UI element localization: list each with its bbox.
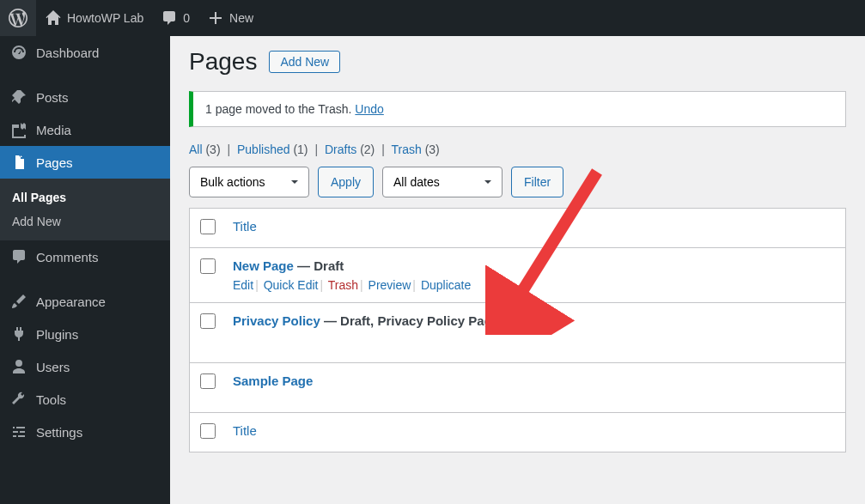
table-row: New Page — Draft Edit| Quick Edit| Trash…	[190, 248, 846, 303]
admin-sidebar: Dashboard Posts Media Pages All Pages Ad…	[0, 36, 170, 504]
page-title-link[interactable]: New Page	[233, 258, 294, 273]
row-checkbox[interactable]	[200, 313, 216, 329]
plug-icon	[10, 325, 27, 343]
new-label: New	[229, 11, 253, 25]
new-content-link[interactable]: New	[198, 0, 262, 36]
sidebar-item-label: Settings	[36, 425, 82, 440]
bulk-actions-select[interactable]: Bulk actions	[189, 167, 309, 197]
sidebar-item-label: Tools	[36, 392, 66, 407]
title-column-header[interactable]: Title	[233, 219, 257, 234]
sidebar-item-label: Users	[36, 360, 70, 374]
pin-icon	[10, 88, 27, 106]
user-icon	[10, 358, 27, 375]
dashboard-icon	[10, 44, 27, 61]
filter-trash[interactable]: Trash	[391, 143, 421, 156]
site-name-text: HowtoWP Lab	[67, 11, 143, 25]
sidebar-item-label: Plugins	[36, 327, 78, 342]
sidebar-item-label: Media	[36, 123, 71, 137]
row-checkbox[interactable]	[200, 373, 216, 389]
sidebar-item-settings[interactable]: Settings	[0, 416, 170, 448]
sidebar-submenu-pages: All Pages Add New	[0, 179, 170, 240]
undo-link[interactable]: Undo	[355, 102, 383, 116]
sidebar-item-tools[interactable]: Tools	[0, 383, 170, 416]
brush-icon	[10, 293, 27, 310]
sidebar-item-media[interactable]: Media	[0, 113, 170, 146]
comment-icon	[10, 248, 27, 265]
row-actions: Edit| Quick Edit| Trash| Preview| Duplic…	[233, 278, 837, 292]
home-icon	[45, 9, 62, 27]
sidebar-subitem-all-pages[interactable]: All Pages	[0, 185, 170, 209]
sidebar-item-pages[interactable]: Pages	[0, 146, 170, 179]
post-state: — Draft	[294, 258, 344, 273]
sidebar-item-label: Appearance	[36, 295, 106, 309]
post-state: — Draft, Privacy Policy Page	[320, 313, 499, 328]
plus-icon	[207, 9, 224, 27]
trash-notice: 1 page moved to the Trash. Undo	[189, 91, 846, 127]
page-title-link[interactable]: Privacy Policy	[233, 313, 320, 328]
filter-all[interactable]: All	[189, 143, 203, 156]
sidebar-item-label: Pages	[36, 155, 73, 170]
pages-table: Title New Page — Draft Edit| Quick Edit|…	[189, 208, 846, 452]
sidebar-item-label: Dashboard	[36, 46, 99, 60]
sidebar-item-dashboard[interactable]: Dashboard	[0, 36, 170, 69]
content-area: Pages Add New 1 page moved to the Trash.…	[170, 36, 865, 465]
table-row: Privacy Policy — Draft, Privacy Policy P…	[190, 303, 846, 363]
sidebar-item-comments[interactable]: Comments	[0, 240, 170, 273]
page-title-link[interactable]: Sample Page	[233, 373, 313, 388]
sliders-icon	[10, 423, 27, 440]
title-column-footer[interactable]: Title	[233, 423, 257, 438]
media-icon	[10, 121, 27, 138]
filter-published[interactable]: Published	[237, 143, 290, 156]
comment-icon	[161, 9, 178, 27]
filter-drafts[interactable]: Drafts	[325, 143, 356, 156]
notice-text: 1 page moved to the Trash.	[205, 102, 355, 116]
pages-icon	[10, 154, 27, 171]
sidebar-item-users[interactable]: Users	[0, 350, 170, 383]
trash-link[interactable]: Trash	[328, 278, 358, 292]
page-title: Pages	[189, 48, 257, 76]
table-row: Sample Page	[190, 363, 846, 413]
wrench-icon	[10, 391, 27, 408]
admin-toolbar: HowtoWP Lab 0 New	[0, 0, 865, 36]
select-all-checkbox[interactable]	[200, 219, 216, 234]
select-all-checkbox-footer[interactable]	[200, 423, 216, 439]
apply-button[interactable]: Apply	[318, 167, 374, 197]
sidebar-item-label: Comments	[36, 250, 99, 264]
edit-link[interactable]: Edit	[233, 278, 253, 292]
filter-button[interactable]: Filter	[511, 167, 563, 197]
comments-link[interactable]: 0	[152, 0, 198, 36]
preview-link[interactable]: Preview	[369, 278, 411, 292]
row-checkbox[interactable]	[200, 258, 216, 274]
date-filter-select[interactable]: All dates	[382, 167, 503, 197]
sidebar-item-label: Posts	[36, 90, 69, 105]
comments-count: 0	[183, 11, 190, 25]
wp-logo-menu[interactable]	[0, 0, 36, 36]
sidebar-subitem-add-new[interactable]: Add New	[0, 209, 170, 234]
sidebar-item-appearance[interactable]: Appearance	[0, 285, 170, 318]
wordpress-logo-icon	[9, 9, 27, 27]
status-filter-links: All (3) | Published (1) | Drafts (2) | T…	[189, 143, 846, 156]
sidebar-item-posts[interactable]: Posts	[0, 81, 170, 113]
sidebar-item-plugins[interactable]: Plugins	[0, 318, 170, 350]
site-name-link[interactable]: HowtoWP Lab	[36, 0, 152, 36]
quick-edit-link[interactable]: Quick Edit	[264, 278, 319, 292]
add-new-button[interactable]: Add New	[269, 51, 340, 73]
duplicate-link[interactable]: Duplicate	[421, 278, 471, 292]
